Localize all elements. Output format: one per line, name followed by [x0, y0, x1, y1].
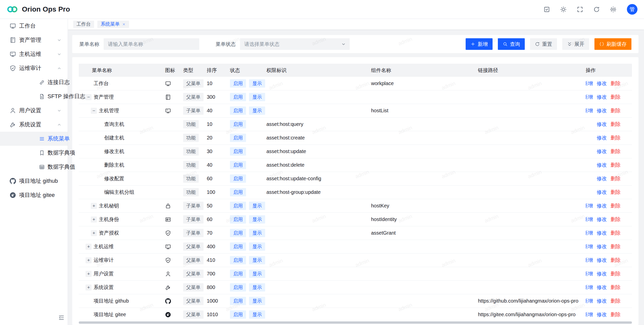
sidebar-item[interactable]: 运维审计 [0, 61, 68, 75]
row-action-edit[interactable]: 修改 [597, 311, 607, 318]
row-action-delete[interactable]: 删除 [611, 162, 621, 168]
expand-row-button[interactable]: + [91, 203, 97, 209]
sidebar-item[interactable]: 资产管理 [0, 33, 68, 47]
row-action-edit[interactable]: 修改 [597, 162, 607, 168]
sidebar-item[interactable]: 用户设置 [0, 103, 68, 118]
sidebar-subitem[interactable]: 数据字典项 [0, 146, 68, 160]
row-action-delete[interactable]: 删除 [611, 230, 621, 236]
app-logo-icon [7, 5, 19, 13]
row-action-delete[interactable]: 删除 [611, 121, 621, 128]
menu-name-input[interactable] [104, 38, 199, 50]
row-action-edit[interactable]: 修改 [597, 230, 607, 236]
row-action-delete[interactable]: 删除 [611, 243, 621, 250]
row-action-edit[interactable]: 修改 [597, 202, 607, 209]
chevron-down-icon [57, 108, 62, 113]
row-action-delete[interactable]: 删除 [611, 134, 621, 141]
row-action-delete[interactable]: 删除 [611, 189, 621, 196]
expand-row-button[interactable]: + [86, 271, 92, 277]
row-action-add[interactable]: 新增 [586, 202, 593, 209]
avatar[interactable]: 管 [627, 4, 637, 15]
todo-icon[interactable] [543, 6, 550, 13]
row-action-delete[interactable]: 删除 [611, 284, 621, 291]
expand-row-button[interactable]: + [91, 230, 97, 236]
row-action-edit[interactable]: 修改 [597, 107, 607, 114]
row-action-edit[interactable]: 修改 [597, 298, 607, 304]
tab[interactable]: 工作台 [73, 21, 94, 28]
collapse-sidebar-button[interactable] [58, 314, 65, 321]
component-value: hostKey [371, 199, 478, 212]
row-action-add[interactable]: 新增 [586, 94, 593, 100]
search-button[interactable]: 查询 [498, 38, 525, 50]
horizontal-scrollbar[interactable] [79, 321, 632, 324]
fullscreen-icon[interactable] [577, 6, 583, 13]
status-badge: 显示 [249, 297, 265, 305]
reset-button[interactable]: 重置 [530, 38, 557, 50]
sidebar-subitem[interactable]: 系统菜单 [0, 132, 68, 146]
row-action-delete[interactable]: 删除 [611, 216, 621, 223]
collapse-row-button[interactable]: − [86, 94, 92, 100]
row-action-edit[interactable]: 修改 [597, 121, 607, 128]
settings-icon[interactable] [610, 6, 617, 13]
row-action-add[interactable]: 新增 [586, 270, 593, 277]
sidebar-item[interactable]: 项目地址 github [0, 174, 68, 188]
menu-status-select[interactable]: 请选择菜单状态 [240, 38, 350, 50]
row-action-edit[interactable]: 修改 [597, 216, 607, 223]
close-icon[interactable] [122, 22, 126, 26]
menu-name: 用户设置 [94, 270, 114, 277]
row-action-add[interactable]: 新增 [586, 284, 593, 291]
sidebar-subitem[interactable]: SFTP 操作日志 [0, 89, 68, 103]
row-action-edit[interactable]: 修改 [597, 270, 607, 277]
row-action-delete[interactable]: 删除 [611, 94, 621, 100]
row-action-edit[interactable]: 修改 [597, 243, 607, 250]
row-action-edit[interactable]: 修改 [597, 148, 607, 155]
tab[interactable]: 系统菜单 [97, 21, 129, 28]
row-action-delete[interactable]: 删除 [611, 298, 621, 304]
row-action-delete[interactable]: 删除 [611, 80, 621, 87]
row-action-edit[interactable]: 修改 [597, 189, 607, 196]
row-action-delete[interactable]: 删除 [611, 175, 621, 182]
sidebar-subitem[interactable]: 连接日志 [0, 75, 68, 89]
sidebar-subitem[interactable]: 数据字典值 [0, 160, 68, 174]
book-icon [165, 94, 171, 100]
refresh-icon[interactable] [593, 6, 600, 13]
sidebar-item[interactable]: 系统设置 [0, 118, 68, 132]
expand-row-button[interactable]: + [86, 257, 92, 263]
sidebar-item[interactable]: 项目地址 gitee [0, 188, 68, 202]
component-value [371, 281, 478, 294]
row-action-add[interactable]: 新增 [586, 243, 593, 250]
theme-icon[interactable] [560, 6, 567, 13]
row-action-add[interactable]: 新增 [586, 257, 593, 264]
row-action-delete[interactable]: 删除 [611, 107, 621, 114]
row-action-delete[interactable]: 删除 [611, 257, 621, 264]
row-action-edit[interactable]: 修改 [597, 80, 607, 87]
row-action-delete[interactable]: 删除 [611, 311, 621, 318]
status-badge: 显示 [249, 202, 265, 210]
expand-row-button[interactable]: + [86, 284, 92, 291]
row-action-add[interactable]: 新增 [586, 80, 593, 87]
row-action-add[interactable]: 新增 [586, 216, 593, 223]
row-action-edit[interactable]: 修改 [597, 257, 607, 264]
expand-row-button[interactable]: + [91, 216, 97, 223]
row-action-edit[interactable]: 修改 [597, 175, 607, 182]
row-action-add[interactable]: 新增 [586, 311, 593, 318]
sidebar-item[interactable]: 主机运维 [0, 47, 68, 61]
row-action-add[interactable]: 新增 [586, 230, 593, 236]
type-tag: 功能 [183, 120, 199, 128]
row-action-delete[interactable]: 删除 [611, 148, 621, 155]
row-action-add[interactable]: 新增 [586, 298, 593, 304]
column-header: 类型 [183, 64, 207, 77]
add-button[interactable]: 新增 [466, 38, 493, 50]
row-action-delete[interactable]: 删除 [611, 202, 621, 209]
table-row: −主机管理子菜单40启用显示hostList新增修改删除 [79, 104, 632, 118]
expand-row-button[interactable]: + [86, 244, 92, 250]
refresh-cache-button[interactable]: 刷新缓存 [594, 38, 631, 50]
collapse-row-button[interactable]: − [91, 108, 97, 114]
monitor-icon [10, 23, 16, 29]
sidebar-item[interactable]: 工作台 [0, 19, 68, 33]
row-action-edit[interactable]: 修改 [597, 134, 607, 141]
row-action-edit[interactable]: 修改 [597, 94, 607, 100]
row-action-delete[interactable]: 删除 [611, 270, 621, 277]
expand-rows-button[interactable]: 展开 [562, 38, 589, 50]
row-action-add[interactable]: 新增 [586, 107, 593, 114]
row-action-edit[interactable]: 修改 [597, 284, 607, 291]
